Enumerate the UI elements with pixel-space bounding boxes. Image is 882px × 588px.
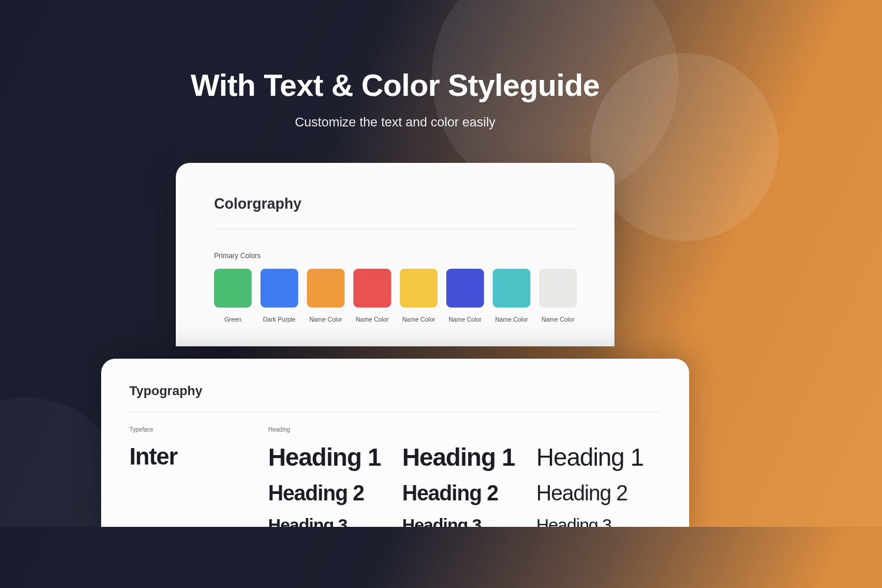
heading-label-spacer [536, 426, 661, 433]
heading-2-regular: Heading 2 [536, 481, 661, 505]
swatch-box [400, 269, 437, 308]
swatch-label: Green [224, 316, 241, 323]
swatch-label: Name Color [542, 316, 574, 323]
heading-3-bold: Heading 3 [268, 515, 393, 527]
heading-2-semi: Heading 2 [402, 481, 527, 505]
typography-card: Typography Typeface Inter Heading Headin… [101, 359, 689, 527]
typography-title: Typography [129, 383, 661, 399]
colorgraphy-title: Colorgraphy [214, 195, 576, 212]
heading-column-bold: Heading Heading 1 Heading 2 Heading 3 [268, 426, 393, 527]
swatch-item: Name Color [353, 269, 391, 323]
primary-colors-label: Primary Colors [214, 252, 576, 260]
hero-subtitle: Customize the text and color easily [295, 115, 495, 130]
decor-circle-medium [590, 53, 779, 241]
heading-2-bold: Heading 2 [268, 481, 393, 505]
typeface-column: Typeface Inter [129, 426, 259, 527]
swatch-item: Name Color [400, 269, 437, 323]
swatch-box [446, 269, 484, 308]
colorgraphy-card: Colorgraphy Primary Colors Green Dark Pu… [176, 163, 614, 346]
swatch-label: Dark Purple [263, 316, 295, 323]
swatch-item: Name Color [493, 269, 530, 323]
typeface-label: Typeface [129, 426, 259, 433]
swatch-item: Name Color [446, 269, 484, 323]
heading-label-spacer [402, 426, 527, 433]
heading-3-semi: Heading 3 [402, 515, 527, 527]
swatch-item: Dark Purple [260, 269, 298, 323]
swatch-label: Name Color [402, 316, 435, 323]
swatch-item: Name Color [307, 269, 345, 323]
swatch-label: Name Color [356, 316, 389, 323]
swatch-box [260, 269, 298, 308]
typography-grid: Typeface Inter Heading Heading 1 Heading… [129, 426, 661, 527]
heading-1-semi: Heading 1 [402, 443, 527, 472]
divider [129, 412, 661, 412]
swatch-label: Name Color [495, 316, 528, 323]
swatch-box [353, 269, 391, 308]
swatch-box [214, 269, 252, 308]
heading-column-semi: Heading 1 Heading 2 Heading 3 [402, 426, 527, 527]
heading-3-regular: Heading 3 [536, 515, 661, 527]
divider [214, 229, 576, 229]
swatch-row: Green Dark Purple Name Color Name Color … [214, 269, 576, 323]
hero-title: With Text & Color Styleguide [191, 68, 599, 103]
swatch-item: Name Color [539, 269, 577, 323]
typeface-name: Inter [129, 443, 259, 470]
heading-label: Heading [268, 426, 393, 433]
swatch-label: Name Color [309, 316, 342, 323]
swatch-box [493, 269, 530, 308]
swatch-box [539, 269, 577, 308]
heading-column-regular: Heading 1 Heading 2 Heading 3 [536, 426, 661, 527]
heading-1-regular: Heading 1 [536, 443, 661, 472]
swatch-item: Green [214, 269, 252, 323]
heading-1-bold: Heading 1 [268, 443, 393, 472]
swatch-label: Name Color [449, 316, 482, 323]
swatch-box [307, 269, 345, 308]
